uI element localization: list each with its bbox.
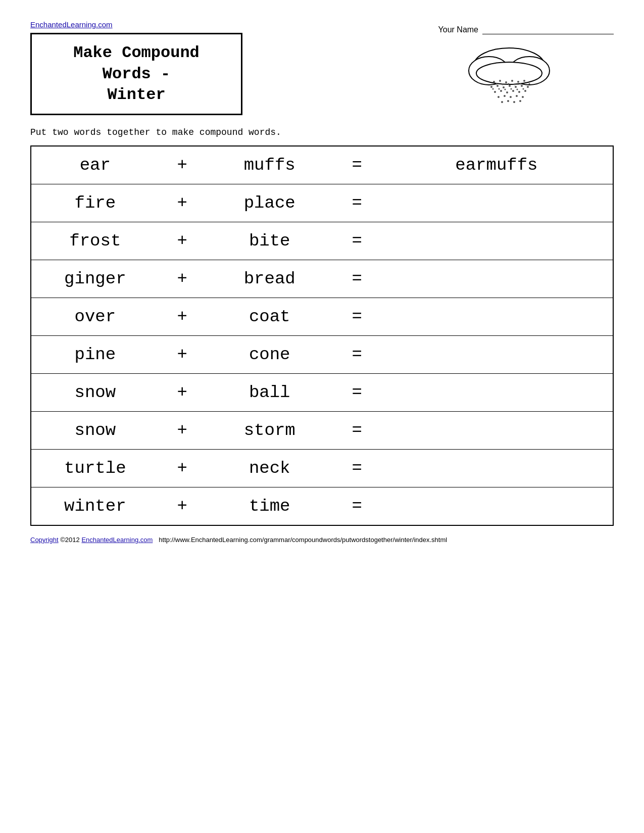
svg-point-11	[497, 85, 499, 87]
svg-point-43	[528, 83, 530, 85]
plus-cell: +	[159, 146, 206, 184]
plus-cell: +	[159, 487, 206, 525]
svg-point-39	[504, 89, 506, 90]
svg-point-14	[515, 86, 517, 88]
svg-point-9	[523, 80, 525, 82]
svg-point-22	[524, 90, 526, 92]
equals-cell: =	[334, 222, 380, 260]
result-cell	[380, 298, 613, 335]
copyright-text: Copyright ©2012 EnchantedLearning.com	[30, 536, 153, 544]
word2-cell: muffs	[206, 146, 334, 184]
word2-cell: place	[206, 184, 334, 222]
svg-point-38	[498, 88, 500, 90]
svg-point-29	[507, 100, 509, 102]
svg-point-19	[506, 91, 508, 93]
plus-cell: +	[159, 411, 206, 449]
cloud-illustration	[459, 40, 560, 106]
svg-point-34	[508, 83, 509, 85]
word1-cell: ear	[31, 146, 159, 184]
table-row: over+coat=	[31, 298, 613, 335]
table-row: ear+muffs=earmuffs	[31, 146, 613, 184]
svg-point-4	[493, 81, 495, 83]
left-header: EnchantedLearning.com Make Compound Word…	[30, 20, 242, 115]
word1-cell: over	[31, 298, 159, 335]
copyright-year: ©2012	[60, 536, 80, 544]
word2-cell: time	[206, 487, 334, 525]
word2-cell: bite	[206, 222, 334, 260]
svg-point-40	[510, 88, 512, 90]
svg-point-6	[505, 81, 507, 83]
svg-point-33	[502, 84, 503, 85]
svg-point-20	[512, 90, 514, 92]
instruction-text: Put two words together to make compound …	[30, 127, 614, 137]
table-row: winter+time=	[31, 487, 613, 525]
svg-point-7	[511, 80, 513, 82]
svg-point-23	[498, 96, 500, 98]
svg-point-24	[504, 95, 506, 97]
word1-cell: snow	[31, 373, 159, 411]
equals-cell: =	[334, 298, 380, 335]
svg-point-41	[516, 89, 518, 90]
word1-cell: turtle	[31, 449, 159, 487]
svg-point-15	[521, 85, 523, 87]
svg-point-12	[503, 86, 505, 88]
svg-point-35	[514, 84, 515, 85]
word2-cell: cone	[206, 335, 334, 373]
right-header: Your Name	[438, 25, 614, 106]
plus-cell: +	[159, 373, 206, 411]
svg-point-27	[522, 96, 524, 98]
result-cell	[380, 335, 613, 373]
plus-cell: +	[159, 222, 206, 260]
svg-point-26	[516, 95, 518, 97]
svg-point-28	[501, 101, 503, 103]
word1-cell: pine	[31, 335, 159, 373]
equals-cell: =	[334, 411, 380, 449]
top-section: EnchantedLearning.com Make Compound Word…	[30, 20, 614, 115]
word1-cell: frost	[31, 222, 159, 260]
svg-point-32	[496, 83, 497, 85]
result-cell	[380, 411, 613, 449]
svg-point-13	[509, 85, 511, 87]
word1-cell: snow	[31, 411, 159, 449]
equals-cell: =	[334, 260, 380, 298]
equals-cell: =	[334, 449, 380, 487]
svg-point-21	[518, 91, 520, 93]
table-row: frost+bite=	[31, 222, 613, 260]
compound-table: ear+muffs=earmuffsfire+place=frost+bite=…	[30, 145, 614, 526]
svg-point-8	[517, 81, 519, 83]
plus-cell: +	[159, 298, 206, 335]
your-name-line: Your Name	[438, 25, 614, 34]
plus-cell: +	[159, 335, 206, 373]
result-cell	[380, 373, 613, 411]
svg-point-30	[513, 101, 515, 103]
site-link-top[interactable]: EnchantedLearning.com	[30, 20, 113, 29]
word2-cell: coat	[206, 298, 334, 335]
footer-site-link[interactable]: EnchantedLearning.com	[81, 536, 153, 544]
plus-cell: +	[159, 449, 206, 487]
result-cell	[380, 222, 613, 260]
result-cell	[380, 184, 613, 222]
equals-cell: =	[334, 184, 380, 222]
svg-point-25	[510, 96, 512, 98]
footer: Copyright ©2012 EnchantedLearning.com ht…	[30, 536, 614, 544]
word1-cell: fire	[31, 184, 159, 222]
table-row: pine+cone=	[31, 335, 613, 373]
plus-cell: +	[159, 184, 206, 222]
copyright-link[interactable]: Copyright	[30, 536, 59, 544]
svg-point-18	[500, 90, 502, 92]
svg-point-36	[520, 83, 521, 85]
result-cell	[380, 449, 613, 487]
equals-cell: =	[334, 487, 380, 525]
word2-cell: storm	[206, 411, 334, 449]
equals-cell: =	[334, 373, 380, 411]
word2-cell: bread	[206, 260, 334, 298]
table-row: fire+place=	[31, 184, 613, 222]
svg-point-10	[490, 86, 492, 88]
table-row: snow+ball=	[31, 373, 613, 411]
svg-point-3	[476, 62, 542, 84]
title-line2: Winter	[107, 85, 165, 104]
footer-url: http://www.EnchantedLearning.com/grammar…	[159, 536, 447, 544]
word2-cell: ball	[206, 373, 334, 411]
result-cell	[380, 260, 613, 298]
word1-cell: winter	[31, 487, 159, 525]
